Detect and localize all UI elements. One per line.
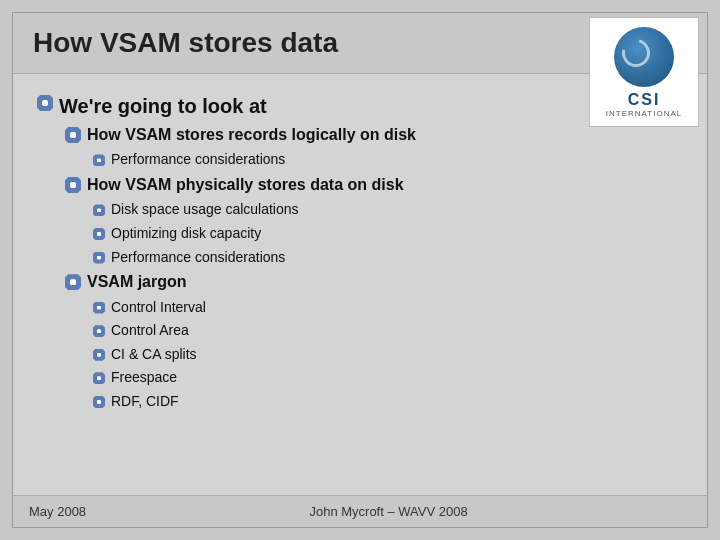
bullet-icon	[65, 274, 81, 290]
footer-author: John Mycroft – WAVV 2008	[86, 504, 691, 519]
level2-text: How VSAM stores records logically on dis…	[87, 124, 416, 146]
level3-text: Performance considerations	[111, 150, 285, 170]
list-item: Performance considerations	[93, 248, 683, 268]
list-item: VSAM jargon	[65, 271, 683, 293]
list-item: How VSAM stores records logically on dis…	[65, 124, 683, 146]
bullet-icon-sm	[93, 252, 105, 264]
level3-text: Optimizing disk capacity	[111, 224, 261, 244]
level3-text: Performance considerations	[111, 248, 285, 268]
list-item: CI & CA splits	[93, 345, 683, 365]
bullet-icon-sm	[93, 325, 105, 337]
slide-header: How VSAM stores data CSI INTERNATIONAL	[13, 13, 707, 74]
level3-text: Control Area	[111, 321, 189, 341]
logo-circle	[614, 27, 674, 87]
bullet-icon-sm	[93, 154, 105, 166]
logo-text-csi: CSI	[628, 91, 661, 109]
bullet-icon-sm	[93, 204, 105, 216]
level3-text: RDF, CIDF	[111, 392, 179, 412]
level3-text: CI & CA splits	[111, 345, 197, 365]
list-item: RDF, CIDF	[93, 392, 683, 412]
list-item: Freespace	[93, 368, 683, 388]
list-item: Disk space usage calculations	[93, 200, 683, 220]
level3-text: Disk space usage calculations	[111, 200, 299, 220]
bullet-icon-sm	[93, 228, 105, 240]
list-item: How VSAM physically stores data on disk	[65, 174, 683, 196]
bullet-icon	[37, 95, 53, 111]
list-item: Control Area	[93, 321, 683, 341]
bullet-icon-sm	[93, 396, 105, 408]
logo-text-intl: INTERNATIONAL	[606, 109, 682, 118]
bullet-icon-sm	[93, 372, 105, 384]
level2-text: How VSAM physically stores data on disk	[87, 174, 404, 196]
bullet-icon-sm	[93, 302, 105, 314]
slide-title: How VSAM stores data	[33, 27, 338, 59]
level3-text: Freespace	[111, 368, 177, 388]
level3-text: Control Interval	[111, 298, 206, 318]
list-item: Performance considerations	[93, 150, 683, 170]
slide-footer: May 2008 John Mycroft – WAVV 2008	[13, 495, 707, 527]
bullet-icon	[65, 127, 81, 143]
slide: How VSAM stores data CSI INTERNATIONAL W…	[12, 12, 708, 528]
footer-date: May 2008	[29, 504, 86, 519]
level2-text: VSAM jargon	[87, 271, 187, 293]
list-item: Optimizing disk capacity	[93, 224, 683, 244]
list-item: Control Interval	[93, 298, 683, 318]
level1-text: We're going to look at	[59, 92, 267, 120]
slide-body: We're going to look at How VSAM stores r…	[13, 74, 707, 495]
bullet-icon-sm	[93, 349, 105, 361]
bullet-icon	[65, 177, 81, 193]
list-item: We're going to look at	[37, 92, 683, 120]
logo-box: CSI INTERNATIONAL	[589, 17, 699, 127]
